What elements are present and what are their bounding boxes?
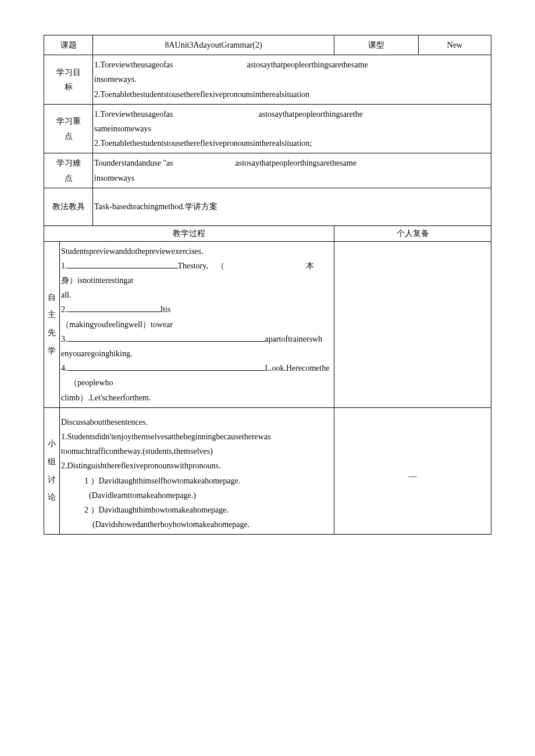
section2-note: — xyxy=(336,472,490,481)
sec2-l2: 1.Studentsdidn'tenjoythemselvesatthebegi… xyxy=(61,429,333,444)
sec1-l10: （peoplewho xyxy=(61,375,333,390)
difficulty-label-l2: 点 xyxy=(45,171,91,185)
section2-char4: 论 xyxy=(45,489,58,507)
objective-content-cell: 1.Toreviewtheusageofas astosaythatpeople… xyxy=(93,55,491,105)
topic-label-cell: 课题 xyxy=(44,35,93,55)
objective-label-cell: 学习目 标 xyxy=(44,55,93,105)
sec2-l1: Discussaboutthesentences. xyxy=(61,415,333,429)
objective-row: 学习目 标 1.Toreviewtheusageofas astosaythat… xyxy=(44,55,491,105)
focus-label-cell: 学习重 点 xyxy=(44,104,93,153)
section2-char2: 组 xyxy=(45,453,58,471)
notes-label: 个人复备 xyxy=(397,229,429,238)
sec1-l1: Studentspreviewanddothepreviewexercises. xyxy=(61,244,333,259)
header-row: 课题 8AUnit3AdayoutGrammar(2) 课型 New xyxy=(44,35,491,55)
sec1-l5: 2.Itis xyxy=(61,302,333,317)
difficulty-content-cell: Tounderstandanduse "as astosaythatpeople… xyxy=(93,153,491,188)
focus-label-l1: 学习重 xyxy=(45,114,91,128)
objective-line2: insomeways. xyxy=(94,72,490,87)
objective-line1: 1.Toreviewtheusageofas astosaythatpeople… xyxy=(94,58,490,72)
method-content-cell: Task-basedteachingmethod.学讲方案 xyxy=(93,188,491,225)
sec2-l5: 1 ）Davidtaughthimselfhowtomakeahomepage. xyxy=(61,474,333,488)
blank-line xyxy=(67,303,160,312)
notes-label-cell: 个人复备 xyxy=(334,225,491,241)
process-label-cell: 教学过程 xyxy=(44,225,334,241)
focus-line3: 2.Toenablethestudentstousethereflexivepr… xyxy=(94,136,490,151)
process-header-row: 教学过程 个人复备 xyxy=(44,225,491,241)
sec2-l4: 2.Distinguishthereflexivepronounswithpro… xyxy=(61,458,333,473)
difficulty-line1: Tounderstandanduse "as astosaythatpeople… xyxy=(94,156,490,170)
type-label: 课型 xyxy=(368,41,384,49)
sec2-l6: (Davidlearnttomakeahomepage.) xyxy=(61,488,333,503)
sec1-l4: all. xyxy=(61,288,333,302)
method-content: Task-basedteachingmethod.学讲方案 xyxy=(94,202,217,211)
section1-note-cell xyxy=(334,241,491,407)
sec1-l6: （makingyoufeelingwell）towear xyxy=(61,317,333,332)
sec1-l3: 身）isnotinterestingat xyxy=(61,273,333,288)
method-label-cell: 教法教具 xyxy=(44,188,93,225)
method-row: 教法教具 Task-basedteachingmethod.学讲方案 xyxy=(44,188,491,225)
section1-label-cell: 自 主 先 学 xyxy=(44,241,60,407)
difficulty-row: 学习难 点 Tounderstandanduse "as astosaythat… xyxy=(44,153,491,188)
objective-line3: 2.Toenablethestudentstousethereflexivepr… xyxy=(94,87,490,102)
objective-label-l2: 标 xyxy=(45,80,91,94)
difficulty-line2: insomeways xyxy=(94,171,490,185)
method-label: 教法教具 xyxy=(52,202,85,211)
section1-char2: 主 xyxy=(45,306,58,324)
section1-char1: 自 xyxy=(45,289,58,307)
type-value-cell: New xyxy=(419,35,491,55)
section2-content-cell: Discussaboutthesentences. 1.Studentsdidn… xyxy=(60,407,334,535)
blank-line xyxy=(67,260,178,268)
focus-label-l2: 点 xyxy=(45,129,91,144)
focus-content-cell: 1.Toreviewtheusageofas astosaythatpeople… xyxy=(93,104,491,153)
difficulty-label-cell: 学习难 点 xyxy=(44,153,93,188)
sec1-l7: 3.apartoftrainerswh xyxy=(61,332,333,346)
sec1-l8: enyouaregoinghiking. xyxy=(61,346,333,361)
section1-content-cell: Studentspreviewanddothepreviewexercises.… xyxy=(60,241,334,407)
topic-value-cell: 8AUnit3AdayoutGrammar(2) xyxy=(93,35,334,55)
process-label: 教学过程 xyxy=(173,229,205,238)
topic-label: 课题 xyxy=(60,41,77,49)
focus-row: 学习重 点 1.Toreviewtheusageofas astosaythat… xyxy=(44,104,491,153)
sec2-l3: toomuchtrafficontheway.(students,themsel… xyxy=(61,444,333,458)
focus-line2: sameinsomeways xyxy=(94,121,490,136)
focus-line1: 1.Toreviewtheusageofas astosaythatpeople… xyxy=(94,107,490,121)
lesson-plan-table: 课题 8AUnit3AdayoutGrammar(2) 课型 New 学习目 标… xyxy=(44,35,491,535)
sec1-l2: 1.Thestory, （本 xyxy=(61,259,333,273)
section2-char1: 小 xyxy=(45,435,58,453)
section2-row: 小 组 讨 论 Discussaboutthesentences. 1.Stud… xyxy=(44,407,491,535)
section1-row: 自 主 先 学 Studentspreviewanddothepreviewex… xyxy=(44,241,491,407)
blank-line xyxy=(67,333,265,342)
blank-line xyxy=(67,362,265,371)
section2-char3: 讨 xyxy=(45,471,58,489)
type-label-cell: 课型 xyxy=(334,35,419,55)
sec1-l9: 4.L.ook.Herecomethe xyxy=(61,361,333,375)
sec2-l7: 2 ）Davidtaughthimhowtomakeahomepage. xyxy=(61,503,333,517)
difficulty-label-l1: 学习难 xyxy=(45,156,91,170)
sec2-l8: (Davidshowedantherboyhowtomakeahomepage. xyxy=(61,517,333,532)
topic-value: 8AUnit3AdayoutGrammar(2) xyxy=(165,41,262,49)
section2-note-cell: — xyxy=(334,407,491,535)
section2-label-cell: 小 组 讨 论 xyxy=(44,407,60,535)
objective-label-l1: 学习目 xyxy=(45,65,91,80)
section1-char4: 学 xyxy=(45,342,58,360)
type-value: New xyxy=(447,41,462,49)
section1-char3: 先 xyxy=(45,324,58,342)
sec1-l11: climb）.Let'scheerforthem. xyxy=(61,390,333,405)
